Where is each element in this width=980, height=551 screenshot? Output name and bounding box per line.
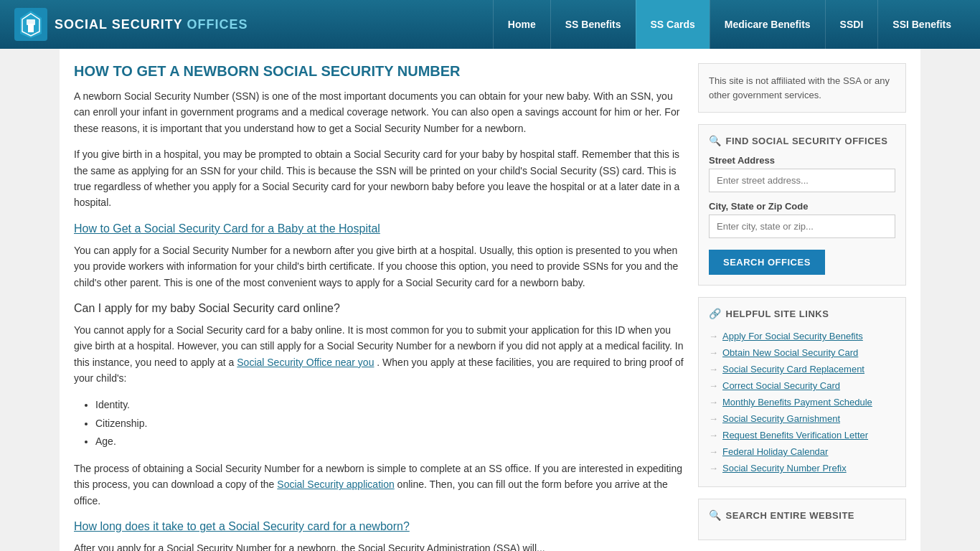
street-address-group: Street Address bbox=[709, 155, 895, 192]
nav-ss-cards[interactable]: SS Cards bbox=[636, 0, 710, 49]
search-website-title: 🔍 SEARCH ENTIRE WEBSITE bbox=[709, 509, 895, 521]
street-address-input[interactable] bbox=[709, 169, 895, 192]
ssa-application-link[interactable]: Social Security application bbox=[277, 479, 394, 490]
helpful-link-4[interactable]: Monthly Benefits Payment Schedule bbox=[722, 397, 872, 408]
nav-medicare[interactable]: Medicare Benefits bbox=[710, 0, 825, 49]
nav-home[interactable]: Home bbox=[493, 0, 550, 49]
nav-ss-benefits[interactable]: SS Benefits bbox=[550, 0, 636, 49]
nav-ssi[interactable]: SSI Benefits bbox=[877, 0, 966, 49]
list-item-age: Age. bbox=[95, 433, 684, 451]
city-label: City, State or Zip Code bbox=[709, 201, 895, 212]
main-content: HOW TO GET A NEWBORN SOCIAL SECURITY NUM… bbox=[74, 63, 684, 551]
find-offices-title: 🔍 FIND SOCIAL SECURITY OFFICES bbox=[709, 135, 895, 146]
list-item: Correct Social Security Card bbox=[709, 377, 895, 394]
disclaimer-text: This site is not affiliated with the SSA… bbox=[709, 74, 895, 102]
intro-para-2: If you give birth in a hospital, you may… bbox=[74, 146, 684, 211]
sidebar: This site is not affiliated with the SSA… bbox=[698, 63, 906, 551]
helpful-link-3[interactable]: Correct Social Security Card bbox=[722, 380, 840, 391]
helpful-link-2[interactable]: Social Security Card Replacement bbox=[722, 364, 864, 375]
section3-heading: How long does it take to get a Social Se… bbox=[74, 520, 684, 533]
helpful-link-1[interactable]: Obtain New Social Security Card bbox=[722, 347, 858, 358]
list-item: Social Security Number Prefix bbox=[709, 460, 895, 476]
search-website-box: 🔍 SEARCH ENTIRE WEBSITE bbox=[698, 499, 906, 540]
list-item: Obtain New Social Security Card bbox=[709, 344, 895, 361]
list-item: Social Security Garnishment bbox=[709, 410, 895, 427]
list-item: Social Security Card Replacement bbox=[709, 361, 895, 377]
helpful-links-box: 🔗 HELPFUL SITE LINKS Apply For Social Se… bbox=[698, 297, 906, 487]
search-website-icon: 🔍 bbox=[709, 509, 722, 521]
list-item-citizenship: Citizenship. bbox=[95, 415, 684, 433]
requirements-list: Identity. Citizenship. Age. bbox=[95, 396, 684, 451]
link-icon: 🔗 bbox=[709, 308, 722, 319]
city-zip-input[interactable] bbox=[709, 215, 895, 238]
section2-heading: Can I apply for my baby Social Security … bbox=[74, 302, 684, 315]
list-item: Request Benefits Verification Letter bbox=[709, 427, 895, 443]
disclaimer-box: This site is not affiliated with the SSA… bbox=[698, 63, 906, 113]
section1-heading: How to Get a Social Security Card for a … bbox=[74, 222, 684, 235]
helpful-link-5[interactable]: Social Security Garnishment bbox=[722, 413, 840, 424]
list-item: Apply For Social Security Benefits bbox=[709, 328, 895, 344]
helpful-link-6[interactable]: Request Benefits Verification Letter bbox=[722, 430, 868, 441]
helpful-links-title: 🔗 HELPFUL SITE LINKS bbox=[709, 308, 895, 319]
list-item-identity: Identity. bbox=[95, 396, 684, 414]
search-offices-button[interactable]: SEARCH OFFICES bbox=[709, 250, 825, 275]
logo-text-accent: OFFICES bbox=[187, 17, 248, 32]
page-wrapper: HOW TO GET A NEWBORN SOCIAL SECURITY NUM… bbox=[60, 49, 920, 551]
helpful-link-8[interactable]: Social Security Number Prefix bbox=[722, 463, 847, 474]
section2-para-2: The process of obtaining a Social Securi… bbox=[74, 461, 684, 509]
helpful-link-7[interactable]: Federal Holiday Calendar bbox=[722, 446, 828, 457]
header: SOCIAL SECURITY OFFICES Home SS Benefits… bbox=[0, 0, 980, 49]
helpful-links-list: Apply For Social Security Benefits Obtai… bbox=[709, 328, 895, 476]
logo-icon bbox=[14, 8, 47, 41]
page-title: HOW TO GET A NEWBORN SOCIAL SECURITY NUM… bbox=[74, 63, 684, 80]
logo-text: SOCIAL SECURITY OFFICES bbox=[55, 17, 248, 32]
intro-para-1: A newborn Social Security Number (SSN) i… bbox=[74, 88, 684, 136]
helpful-link-0[interactable]: Apply For Social Security Benefits bbox=[722, 331, 863, 342]
section3-text: After you apply for a Social Security Nu… bbox=[74, 540, 684, 551]
street-label: Street Address bbox=[709, 155, 895, 166]
logo-text-main: SOCIAL SECURITY bbox=[55, 17, 182, 32]
svg-rect-4 bbox=[27, 19, 35, 25]
section1-text: You can apply for a Social Security Numb… bbox=[74, 242, 684, 291]
list-item: Monthly Benefits Payment Schedule bbox=[709, 394, 895, 410]
list-item: Federal Holiday Calendar bbox=[709, 443, 895, 460]
social-security-office-link[interactable]: Social Security Office near you bbox=[237, 357, 374, 368]
search-icon: 🔍 bbox=[709, 135, 722, 146]
logo-area: SOCIAL SECURITY OFFICES bbox=[14, 8, 248, 41]
city-zip-group: City, State or Zip Code bbox=[709, 201, 895, 238]
find-offices-box: 🔍 FIND SOCIAL SECURITY OFFICES Street Ad… bbox=[698, 124, 906, 286]
nav-ssdi[interactable]: SSDI bbox=[825, 0, 878, 49]
main-nav: Home SS Benefits SS Cards Medicare Benef… bbox=[493, 0, 966, 49]
section2-para: You cannot apply for a Social Security c… bbox=[74, 322, 684, 387]
